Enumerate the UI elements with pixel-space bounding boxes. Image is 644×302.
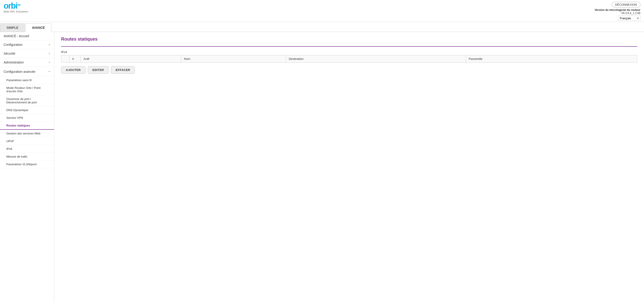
ipv4-label: IPv4 xyxy=(61,50,637,54)
language-select[interactable]: Français English xyxy=(618,16,640,21)
logo-tagline: Better WiFi. Everywhere. xyxy=(4,11,29,13)
sidebar-item-label: Gestion des services Web xyxy=(6,132,40,135)
firmware-version: V6.3.6.4_1.2.68 xyxy=(595,12,640,15)
sidebar-item-label: Routes statiques xyxy=(6,124,30,127)
tab-simple[interactable]: SIMPLE xyxy=(0,23,25,32)
sidebar-item-label: UPnP xyxy=(6,139,14,143)
plus-icon: + xyxy=(48,43,50,47)
main-content: Routes statiques IPv4 # Actif Nom Destin… xyxy=(54,32,644,302)
sidebar-item-label: Mesure de trafic xyxy=(6,155,28,158)
language-selector-wrap: Français English ▼ xyxy=(618,16,640,21)
sidebar-item-label: Mode Routeur Orbi / Point d'accès Orbi xyxy=(6,86,40,93)
buttons-row: AJOUTER EDITER EFFACER xyxy=(61,66,637,74)
sidebar-item-administration[interactable]: Administration + xyxy=(0,58,54,67)
col-nom: Nom xyxy=(181,55,286,63)
firmware-label: Version du micrologiciel du routeur xyxy=(595,9,640,12)
sidebar-item-label: Paramètres VLAN/pont xyxy=(6,163,37,166)
table-header: # Actif Nom Destination Passerelle xyxy=(61,55,637,63)
sidebar-item-label: Administration xyxy=(4,61,24,64)
layout: AVANCÉ - Accueil Configuration + Sécurit… xyxy=(0,32,644,302)
sidebar-item-label: Ouverture de port / Déclenchement de por… xyxy=(6,97,37,104)
tab-bar: SIMPLE AVANCÉ xyxy=(0,22,644,32)
sidebar-item-label: Paramètres sans fil xyxy=(6,78,32,82)
sidebar-item-service-vpn[interactable]: Service VPN xyxy=(0,114,54,122)
sidebar-item-upnp[interactable]: UPnP xyxy=(0,137,54,145)
routes-table: # Actif Nom Destination Passerelle xyxy=(61,55,637,63)
plus-icon: + xyxy=(48,60,50,64)
sidebar: AVANCÉ - Accueil Configuration + Sécurit… xyxy=(0,32,54,302)
header-right: DÉCONNEXION Version du micrologiciel du … xyxy=(595,2,640,21)
logo: orbiTM xyxy=(4,2,29,10)
col-checkbox xyxy=(61,55,70,63)
sidebar-item-ouverture-port[interactable]: Ouverture de port / Déclenchement de por… xyxy=(0,95,54,106)
effacer-button[interactable]: EFFACER xyxy=(111,66,135,74)
page-title: Routes statiques xyxy=(61,37,637,42)
table-header-row: # Actif Nom Destination Passerelle xyxy=(61,55,637,63)
sidebar-item-label: Configuration avancée xyxy=(4,70,35,73)
sidebar-item-gestion-services-web[interactable]: Gestion des services Web xyxy=(0,130,54,137)
disconnect-button[interactable]: DÉCONNEXION xyxy=(612,2,640,8)
col-passerelle: Passerelle xyxy=(466,55,637,63)
sidebar-item-configuration[interactable]: Configuration + xyxy=(0,40,54,49)
sidebar-item-label: Service VPN xyxy=(6,116,23,119)
minus-icon: − xyxy=(48,69,50,74)
sidebar-item-label: IPv6 xyxy=(6,147,12,150)
sidebar-item-securite[interactable]: Sécurité + xyxy=(0,49,54,58)
col-destination: Destination xyxy=(286,55,466,63)
firmware-info: Version du micrologiciel du routeur V6.3… xyxy=(595,9,640,15)
logo-area: orbiTM Better WiFi. Everywhere. xyxy=(4,2,29,13)
col-number: # xyxy=(70,55,81,63)
sidebar-item-mode-routeur[interactable]: Mode Routeur Orbi / Point d'accès Orbi xyxy=(0,84,54,95)
sidebar-item-parametres-vlan[interactable]: Paramètres VLAN/pont xyxy=(0,161,54,168)
sidebar-item-label: Configuration xyxy=(4,43,22,47)
plus-icon: + xyxy=(48,52,50,56)
divider xyxy=(61,46,637,47)
sidebar-item-configuration-avancee[interactable]: Configuration avancée − xyxy=(0,67,54,76)
sidebar-item-label: Sécurité xyxy=(4,52,15,55)
sidebar-item-mesure-trafic[interactable]: Mesure de trafic xyxy=(0,153,54,161)
sidebar-item-routes-statiques[interactable]: Routes statiques xyxy=(0,122,54,130)
sidebar-item-dns-dynamique[interactable]: DNS Dynamique xyxy=(0,106,54,114)
sidebar-item-ipv6[interactable]: IPv6 xyxy=(0,145,54,153)
logo-letters: orbi xyxy=(4,1,17,11)
sidebar-item-accueil[interactable]: AVANCÉ - Accueil xyxy=(0,32,54,40)
logo-tm: TM xyxy=(17,4,20,6)
sidebar-item-parametres-sans-fil[interactable]: Paramètres sans fil xyxy=(0,76,54,84)
tab-avance[interactable]: AVANCÉ xyxy=(25,23,51,32)
sidebar-item-label: AVANCÉ - Accueil xyxy=(4,34,29,38)
editer-button[interactable]: EDITER xyxy=(88,66,109,74)
col-actif: Actif xyxy=(81,55,181,63)
ajouter-button[interactable]: AJOUTER xyxy=(61,66,86,74)
sidebar-item-label: DNS Dynamique xyxy=(6,108,28,112)
header: orbiTM Better WiFi. Everywhere. DÉCONNEX… xyxy=(0,0,644,22)
